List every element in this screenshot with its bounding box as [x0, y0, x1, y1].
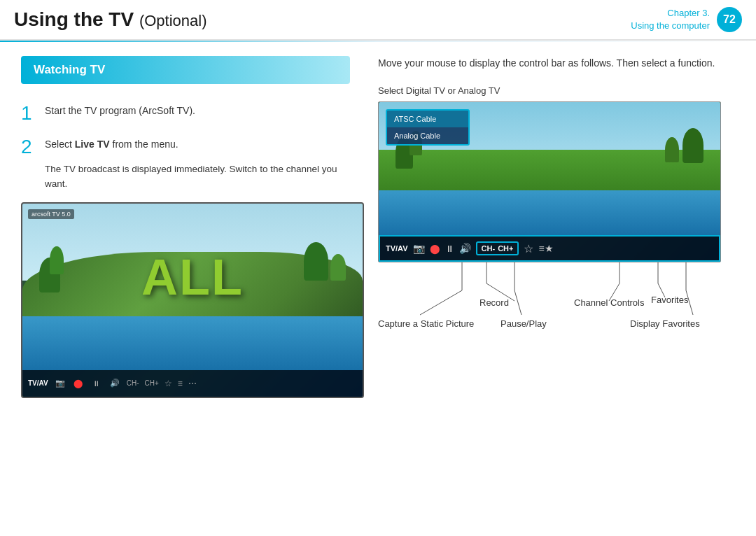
- ann-record: Record: [479, 297, 509, 308]
- screenshot-control-bar: TV/AV 📷 ⬤ ⏸ 🔊 CH- CH+ ☆ ≡ ⋯: [22, 370, 363, 397]
- step-1: 1 Start the TV program (ArcSoft TV).: [21, 104, 350, 123]
- dropdown-item-analog[interactable]: Analog Cable: [387, 127, 468, 144]
- diag-ch-minus: CH-: [482, 244, 496, 253]
- svg-line-3: [420, 290, 462, 315]
- step-number-2: 2: [21, 137, 35, 157]
- ann-display-favorites: Display Favorites: [630, 318, 700, 329]
- step-1-content: Start the TV program (ArcSoft TV).: [45, 104, 195, 118]
- left-column: Watching TV 1 Start the TV program (ArcS…: [0, 42, 371, 412]
- step-2: 2 Select Live TV from the menu.: [21, 137, 350, 157]
- step-number-1: 1: [21, 104, 35, 123]
- record-icon: ⬤: [72, 377, 85, 390]
- title-optional: (Optional): [139, 12, 207, 29]
- diag-camera-icon: 📷: [413, 243, 425, 254]
- tv-screenshot: ALL arcsoft TV 5.0 TV/AV 📷 ⬤ ⏸ 🔊 CH- CH+…: [21, 202, 364, 398]
- screenshot-water: [22, 316, 363, 370]
- ch-minus: CH-: [127, 379, 139, 387]
- select-digital-tv-label: Select Digital TV or Analog TV: [378, 85, 721, 96]
- diag-star-icon: ☆: [524, 242, 533, 255]
- header-right: Chapter 3. Using the computer 72: [631, 7, 742, 32]
- page-badge: 72: [717, 7, 742, 32]
- diag-ch-plus: CH+: [498, 244, 513, 253]
- ann-pause-play: Pause/Play: [500, 318, 547, 329]
- page-title: Using the TV (Optional): [14, 8, 207, 31]
- list-icon: ≡: [178, 379, 183, 388]
- menu-icon: ⋯: [188, 379, 197, 388]
- all-text: ALL: [141, 248, 244, 306]
- arcsoft-logo: arcsoft TV 5.0: [28, 209, 74, 219]
- page-header: Using the TV (Optional) Chapter 3. Using…: [0, 0, 756, 41]
- diagram-wrapper: Select Digital TV or Analog TV ATSC Cabl…: [378, 85, 721, 360]
- ann-favorites: Favorites: [651, 295, 688, 305]
- title-main: Using the TV: [14, 8, 134, 30]
- dropdown-item-atsc[interactable]: ATSC Cable: [387, 111, 468, 127]
- diag-volume-icon: 🔊: [459, 243, 471, 254]
- tv-dropdown[interactable]: ATSC Cable Analog Cable: [386, 109, 470, 146]
- chapter-text: Chapter 3. Using the computer: [631, 7, 710, 32]
- intro-text: Move your mouse to display the control b…: [378, 56, 735, 71]
- svg-line-5: [514, 290, 522, 315]
- right-column: Move your mouse to display the control b…: [371, 42, 756, 412]
- star-icon: ☆: [164, 379, 172, 388]
- step-2-content: Select Live TV from the menu.: [45, 137, 178, 152]
- camera-icon: 📷: [54, 377, 66, 390]
- ctrl-tv-av-label: TV/AV: [28, 379, 48, 387]
- main-content: Watching TV 1 Start the TV program (ArcS…: [0, 42, 756, 412]
- ann-capture: Capture a Static Picture: [378, 318, 474, 329]
- watching-tv-banner: Watching TV: [21, 56, 350, 84]
- volume-icon: 🔊: [108, 377, 121, 390]
- diag-channel-box: CH- CH+: [476, 241, 519, 255]
- pause-icon: ⏸: [90, 377, 103, 390]
- tv-ui-container: ATSC Cable Analog Cable TV/AV 📷 ⬤ ⏸ 🔊 CH…: [378, 101, 721, 262]
- diag-pause-icon: ⏸: [445, 244, 454, 254]
- diag-list-icon: ≡★: [538, 243, 553, 254]
- ch-plus: CH+: [145, 379, 159, 387]
- diag-control-bar: TV/AV 📷 ⬤ ⏸ 🔊 CH- CH+ ☆ ≡★: [379, 235, 720, 262]
- annotation-lines-svg: [378, 262, 721, 360]
- ann-channel-controls: Channel Controls: [574, 297, 644, 308]
- diag-tv-av: TV/AV: [386, 244, 408, 253]
- step-2-sub: The TV broadcast is displayed immediatel…: [45, 162, 350, 191]
- annotation-area: Record Capture a Static Picture Pause/Pl…: [378, 262, 721, 360]
- diag-record-icon: ⬤: [430, 244, 440, 254]
